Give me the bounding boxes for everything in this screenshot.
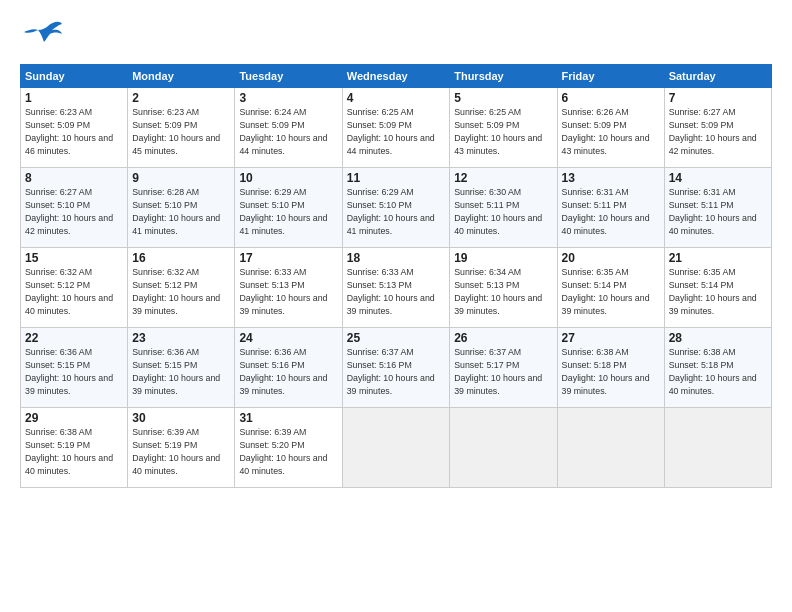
day-number: 19: [454, 251, 552, 265]
day-number: 16: [132, 251, 230, 265]
table-row: [664, 408, 771, 488]
day-number: 21: [669, 251, 767, 265]
day-number: 1: [25, 91, 123, 105]
day-info: Sunrise: 6:31 AMSunset: 5:11 PMDaylight:…: [669, 187, 757, 236]
day-number: 25: [347, 331, 445, 345]
day-info: Sunrise: 6:34 AMSunset: 5:13 PMDaylight:…: [454, 267, 542, 316]
day-number: 31: [239, 411, 337, 425]
table-row: 17 Sunrise: 6:33 AMSunset: 5:13 PMDaylig…: [235, 248, 342, 328]
day-info: Sunrise: 6:32 AMSunset: 5:12 PMDaylight:…: [132, 267, 220, 316]
day-number: 30: [132, 411, 230, 425]
table-row: 29 Sunrise: 6:38 AMSunset: 5:19 PMDaylig…: [21, 408, 128, 488]
table-row: 13 Sunrise: 6:31 AMSunset: 5:11 PMDaylig…: [557, 168, 664, 248]
day-info: Sunrise: 6:25 AMSunset: 5:09 PMDaylight:…: [454, 107, 542, 156]
day-number: 28: [669, 331, 767, 345]
calendar-week-4: 22 Sunrise: 6:36 AMSunset: 5:15 PMDaylig…: [21, 328, 772, 408]
col-sunday: Sunday: [21, 65, 128, 88]
day-number: 14: [669, 171, 767, 185]
day-info: Sunrise: 6:36 AMSunset: 5:15 PMDaylight:…: [132, 347, 220, 396]
day-number: 5: [454, 91, 552, 105]
calendar-week-1: 1 Sunrise: 6:23 AMSunset: 5:09 PMDayligh…: [21, 88, 772, 168]
day-info: Sunrise: 6:29 AMSunset: 5:10 PMDaylight:…: [347, 187, 435, 236]
day-number: 23: [132, 331, 230, 345]
day-number: 17: [239, 251, 337, 265]
col-saturday: Saturday: [664, 65, 771, 88]
table-row: 28 Sunrise: 6:38 AMSunset: 5:18 PMDaylig…: [664, 328, 771, 408]
table-row: 6 Sunrise: 6:26 AMSunset: 5:09 PMDayligh…: [557, 88, 664, 168]
table-row: 8 Sunrise: 6:27 AMSunset: 5:10 PMDayligh…: [21, 168, 128, 248]
table-row: 25 Sunrise: 6:37 AMSunset: 5:16 PMDaylig…: [342, 328, 449, 408]
day-info: Sunrise: 6:23 AMSunset: 5:09 PMDaylight:…: [132, 107, 220, 156]
day-info: Sunrise: 6:39 AMSunset: 5:20 PMDaylight:…: [239, 427, 327, 476]
day-number: 6: [562, 91, 660, 105]
col-monday: Monday: [128, 65, 235, 88]
day-number: 7: [669, 91, 767, 105]
table-row: 31 Sunrise: 6:39 AMSunset: 5:20 PMDaylig…: [235, 408, 342, 488]
day-info: Sunrise: 6:33 AMSunset: 5:13 PMDaylight:…: [239, 267, 327, 316]
day-info: Sunrise: 6:24 AMSunset: 5:09 PMDaylight:…: [239, 107, 327, 156]
calendar: Sunday Monday Tuesday Wednesday Thursday…: [20, 64, 772, 488]
day-info: Sunrise: 6:30 AMSunset: 5:11 PMDaylight:…: [454, 187, 542, 236]
day-number: 9: [132, 171, 230, 185]
table-row: 14 Sunrise: 6:31 AMSunset: 5:11 PMDaylig…: [664, 168, 771, 248]
day-info: Sunrise: 6:33 AMSunset: 5:13 PMDaylight:…: [347, 267, 435, 316]
day-number: 22: [25, 331, 123, 345]
calendar-week-2: 8 Sunrise: 6:27 AMSunset: 5:10 PMDayligh…: [21, 168, 772, 248]
day-info: Sunrise: 6:28 AMSunset: 5:10 PMDaylight:…: [132, 187, 220, 236]
table-row: 3 Sunrise: 6:24 AMSunset: 5:09 PMDayligh…: [235, 88, 342, 168]
calendar-week-5: 29 Sunrise: 6:38 AMSunset: 5:19 PMDaylig…: [21, 408, 772, 488]
table-row: 21 Sunrise: 6:35 AMSunset: 5:14 PMDaylig…: [664, 248, 771, 328]
day-number: 18: [347, 251, 445, 265]
day-number: 8: [25, 171, 123, 185]
table-row: 30 Sunrise: 6:39 AMSunset: 5:19 PMDaylig…: [128, 408, 235, 488]
table-row: 20 Sunrise: 6:35 AMSunset: 5:14 PMDaylig…: [557, 248, 664, 328]
col-wednesday: Wednesday: [342, 65, 449, 88]
table-row: 4 Sunrise: 6:25 AMSunset: 5:09 PMDayligh…: [342, 88, 449, 168]
day-info: Sunrise: 6:37 AMSunset: 5:17 PMDaylight:…: [454, 347, 542, 396]
day-number: 3: [239, 91, 337, 105]
table-row: [342, 408, 449, 488]
table-row: 18 Sunrise: 6:33 AMSunset: 5:13 PMDaylig…: [342, 248, 449, 328]
day-info: Sunrise: 6:23 AMSunset: 5:09 PMDaylight:…: [25, 107, 113, 156]
day-info: Sunrise: 6:37 AMSunset: 5:16 PMDaylight:…: [347, 347, 435, 396]
day-number: 12: [454, 171, 552, 185]
day-number: 10: [239, 171, 337, 185]
table-row: 16 Sunrise: 6:32 AMSunset: 5:12 PMDaylig…: [128, 248, 235, 328]
day-number: 24: [239, 331, 337, 345]
table-row: 2 Sunrise: 6:23 AMSunset: 5:09 PMDayligh…: [128, 88, 235, 168]
table-row: 12 Sunrise: 6:30 AMSunset: 5:11 PMDaylig…: [450, 168, 557, 248]
header: [20, 18, 772, 56]
day-info: Sunrise: 6:36 AMSunset: 5:16 PMDaylight:…: [239, 347, 327, 396]
page: Sunday Monday Tuesday Wednesday Thursday…: [0, 0, 792, 612]
table-row: 19 Sunrise: 6:34 AMSunset: 5:13 PMDaylig…: [450, 248, 557, 328]
col-tuesday: Tuesday: [235, 65, 342, 88]
day-info: Sunrise: 6:39 AMSunset: 5:19 PMDaylight:…: [132, 427, 220, 476]
day-info: Sunrise: 6:35 AMSunset: 5:14 PMDaylight:…: [562, 267, 650, 316]
day-info: Sunrise: 6:31 AMSunset: 5:11 PMDaylight:…: [562, 187, 650, 236]
day-number: 11: [347, 171, 445, 185]
table-row: 5 Sunrise: 6:25 AMSunset: 5:09 PMDayligh…: [450, 88, 557, 168]
table-row: 7 Sunrise: 6:27 AMSunset: 5:09 PMDayligh…: [664, 88, 771, 168]
day-info: Sunrise: 6:38 AMSunset: 5:18 PMDaylight:…: [562, 347, 650, 396]
day-number: 2: [132, 91, 230, 105]
col-friday: Friday: [557, 65, 664, 88]
col-thursday: Thursday: [450, 65, 557, 88]
table-row: 22 Sunrise: 6:36 AMSunset: 5:15 PMDaylig…: [21, 328, 128, 408]
table-row: 10 Sunrise: 6:29 AMSunset: 5:10 PMDaylig…: [235, 168, 342, 248]
day-info: Sunrise: 6:32 AMSunset: 5:12 PMDaylight:…: [25, 267, 113, 316]
table-row: 15 Sunrise: 6:32 AMSunset: 5:12 PMDaylig…: [21, 248, 128, 328]
day-number: 20: [562, 251, 660, 265]
day-info: Sunrise: 6:27 AMSunset: 5:10 PMDaylight:…: [25, 187, 113, 236]
day-number: 29: [25, 411, 123, 425]
day-info: Sunrise: 6:25 AMSunset: 5:09 PMDaylight:…: [347, 107, 435, 156]
table-row: 26 Sunrise: 6:37 AMSunset: 5:17 PMDaylig…: [450, 328, 557, 408]
table-row: 24 Sunrise: 6:36 AMSunset: 5:16 PMDaylig…: [235, 328, 342, 408]
logo: [20, 18, 66, 56]
day-number: 26: [454, 331, 552, 345]
day-info: Sunrise: 6:26 AMSunset: 5:09 PMDaylight:…: [562, 107, 650, 156]
day-info: Sunrise: 6:27 AMSunset: 5:09 PMDaylight:…: [669, 107, 757, 156]
day-number: 15: [25, 251, 123, 265]
table-row: [450, 408, 557, 488]
day-info: Sunrise: 6:29 AMSunset: 5:10 PMDaylight:…: [239, 187, 327, 236]
table-row: 11 Sunrise: 6:29 AMSunset: 5:10 PMDaylig…: [342, 168, 449, 248]
